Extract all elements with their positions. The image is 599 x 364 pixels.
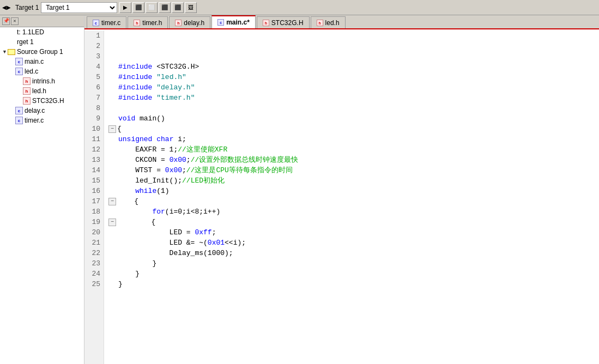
code-line-1: #include <STC32G.H> — [108, 62, 595, 72]
code-segment: //LED初始化 — [182, 175, 225, 186]
toolbar-btn-6[interactable]: 🖼 — [185, 2, 197, 13]
code-line-12: led_Init();//LED初始化 — [108, 175, 595, 186]
line-number-24: 24 — [88, 269, 100, 279]
code-segment: LED &= ~( — [118, 238, 208, 248]
code-segment: void — [118, 113, 135, 124]
c-file-icon: c — [15, 117, 23, 124]
line-number-16: 16 — [88, 186, 100, 196]
code-segment — [152, 72, 156, 82]
line-number-25: 25 — [88, 279, 100, 289]
line-number-4: 4 — [88, 62, 100, 72]
tab-label: STC32G.H — [271, 19, 304, 27]
tab-led-h[interactable]: hled.h — [311, 16, 346, 28]
fold-indicator-14[interactable]: − — [108, 198, 116, 205]
line-number-23: 23 — [88, 258, 100, 269]
h-tab-icon: h — [134, 20, 140, 26]
tree-item-stc32g-h[interactable]: hSTC32G.H — [0, 96, 84, 106]
toolbar-icons: ▶ ⬛ ⬜ ⬛ ⬛ 🖼 — [119, 2, 197, 13]
file-tree: t: 1.1LEDrget 1▼Source Group 1cmain.ccle… — [0, 27, 84, 125]
code-segment: //这里是CPU等待每条指令的时间 — [186, 165, 293, 175]
sidebar-pin-button[interactable]: 📌 — [2, 17, 10, 25]
line-number-12: 12 — [88, 144, 100, 155]
code-segment: EAXFR = 1; — [118, 144, 178, 155]
toolbar-target-select[interactable]: Target 1 — [41, 2, 117, 13]
toolbar-btn-4[interactable]: ⬛ — [159, 2, 171, 13]
tree-item-intrins-h[interactable]: hintrins.h — [0, 76, 84, 86]
sidebar-close-button[interactable]: ✕ — [11, 17, 19, 25]
line-number-6: 6 — [88, 82, 100, 93]
sidebar-header-btns: 📌 ✕ — [2, 17, 19, 25]
tab-label: timer.c — [101, 19, 120, 27]
tree-item-main-c[interactable]: cmain.c — [0, 57, 84, 66]
line-number-18: 18 — [88, 207, 100, 217]
code-segment: { — [117, 217, 155, 227]
tree-label: main.c — [25, 58, 44, 65]
fold-indicator-7[interactable]: − — [108, 125, 116, 133]
code-segment: } — [118, 279, 123, 289]
tree-item-timer-c[interactable]: ctimer.c — [0, 116, 84, 125]
code-segment: (i=0;i<8;i++) — [165, 207, 220, 217]
code-segment: WTST = — [118, 165, 165, 175]
tree-item-led-h[interactable]: hled.h — [0, 86, 84, 96]
toolbar-btn-3[interactable]: ⬜ — [146, 2, 158, 13]
code-segment — [118, 207, 152, 217]
fold-indicator-16[interactable]: − — [108, 219, 116, 226]
code-segment: //设置外部数据总线时钟速度最快 — [191, 155, 299, 165]
tree-item-delay-c[interactable]: cdelay.c — [0, 106, 84, 116]
h-file-icon: h — [23, 97, 31, 105]
code-line-21: } — [108, 269, 595, 279]
tab-main-c-[interactable]: cmain.c* — [211, 15, 256, 28]
line-number-13: 13 — [88, 155, 100, 165]
code-line-20: } — [108, 258, 595, 269]
tree-item-rget-1[interactable]: rget 1 — [0, 37, 84, 47]
tab-timer-c[interactable]: ctimer.c — [87, 16, 126, 28]
code-segment: 0x00 — [170, 155, 186, 165]
code-segment: { — [117, 124, 122, 134]
tab-delay-h[interactable]: hdelay.h — [169, 16, 210, 28]
code-segment: "led.h" — [156, 72, 186, 82]
tree-label: timer.c — [25, 117, 44, 124]
h-tab-icon: h — [263, 20, 269, 26]
line-number-17: 17 — [88, 196, 100, 207]
tree-label: t: 1.1LED — [17, 28, 44, 36]
code-segment: } — [118, 258, 156, 269]
line-number-15: 15 — [88, 175, 100, 186]
tab-label: timer.h — [142, 19, 162, 27]
code-segment: #include — [118, 93, 152, 103]
code-line-23 — [108, 289, 595, 300]
tab-timer-h[interactable]: htimer.h — [128, 16, 168, 28]
h-file-icon: h — [23, 77, 31, 85]
line-number-10: 10 — [88, 124, 100, 134]
code-segment: #include — [118, 62, 152, 72]
tree-item-source-group-1[interactable]: ▼Source Group 1 — [0, 47, 84, 57]
line-number-5: 5 — [88, 72, 100, 82]
toolbar-btn-1[interactable]: ▶ — [119, 2, 131, 13]
c-file-icon: c — [15, 58, 23, 65]
tree-item-led-c[interactable]: cled.c — [0, 66, 84, 76]
tree-item-t--1-1led[interactable]: t: 1.1LED — [0, 27, 84, 37]
line-number-1: 1 — [88, 31, 100, 41]
toolbar-btn-2[interactable]: ⬛ — [132, 2, 144, 13]
code-segment: unsigned — [118, 134, 152, 144]
line-number-8: 8 — [88, 103, 100, 113]
h-tab-icon: h — [317, 20, 323, 26]
code-area: ctimer.chtimer.hhdelay.hcmain.c*hSTC32G.… — [84, 15, 599, 364]
code-segment — [152, 82, 156, 93]
c-file-icon: c — [15, 107, 23, 114]
tree-label: delay.c — [25, 107, 45, 114]
code-segment: Delay_ms(1000); — [118, 248, 233, 258]
code-line-25 — [108, 310, 595, 320]
code-line-6: void main() — [108, 113, 595, 124]
tree-label: intrins.h — [32, 77, 55, 85]
code-segment: <STC32G.H> — [152, 62, 199, 72]
code-segment: "timer.h" — [156, 93, 195, 103]
code-content[interactable]: #include <STC32G.H>#include "led.h"#incl… — [104, 31, 599, 364]
tab-stc32g-h[interactable]: hSTC32G.H — [257, 16, 310, 28]
code-line-10: CKCON = 0x00;//设置外部数据总线时钟速度最快 — [108, 155, 595, 165]
line-number-11: 11 — [88, 134, 100, 144]
code-segment: <<i); — [225, 238, 246, 248]
code-line-5 — [108, 103, 595, 113]
line-numbers: 1234567891011121314151617181920212223242… — [84, 31, 104, 364]
toolbar-btn-5[interactable]: ⬛ — [172, 2, 184, 13]
line-number-21: 21 — [88, 238, 100, 248]
